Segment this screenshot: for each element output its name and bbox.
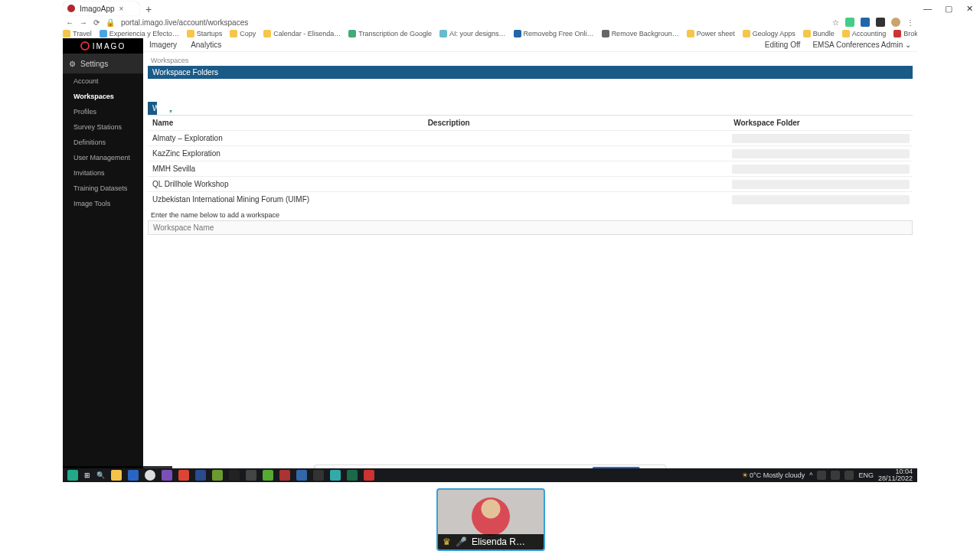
tray-date[interactable]: 28/11/2022	[878, 475, 913, 482]
bookmark[interactable]: Copy	[230, 30, 256, 37]
taskbar-app[interactable]	[229, 470, 240, 481]
workspace-name-input[interactable]	[148, 220, 913, 235]
sidebar-item-invitations[interactable]: Invitations	[63, 165, 143, 181]
col-name[interactable]: Name	[148, 116, 423, 131]
cell-name: KazZinc Exploration	[148, 146, 423, 161]
tray-chevron-icon[interactable]: ^	[809, 471, 812, 479]
tray-sound-icon[interactable]	[844, 471, 854, 480]
nav-back[interactable]: ←	[66, 18, 74, 27]
taskbar-app[interactable]	[313, 470, 324, 481]
bookmark[interactable]: Power sheet	[687, 30, 735, 37]
taskbar-app[interactable]	[347, 470, 358, 481]
tray-lang[interactable]: ENG	[858, 471, 874, 479]
col-workspace-folder[interactable]: Workspace Folder	[729, 116, 913, 131]
window-minimize[interactable]: —	[923, 4, 931, 11]
workspace-folder-select[interactable]	[732, 134, 910, 143]
tray-icon[interactable]	[817, 471, 826, 480]
window-close[interactable]: ✕	[966, 4, 974, 11]
workspace-folder-select[interactable]	[732, 149, 910, 158]
ext-icon[interactable]	[861, 18, 870, 27]
table-row[interactable]: Uzbekistan International Mining Forum (U…	[148, 192, 913, 207]
col-description[interactable]: Description	[423, 116, 730, 131]
taskbar-app[interactable]	[178, 470, 189, 481]
panel-header-workspace-folders: Workspace Folders	[148, 66, 913, 79]
new-tab-button[interactable]: +	[145, 3, 152, 15]
sidebar-item-profiles[interactable]: Profiles	[63, 104, 143, 119]
nav-forward: →	[80, 18, 87, 27]
table-row[interactable]: QL Drillhole Workshop	[148, 177, 913, 192]
bookmark-star-icon[interactable]: ☆	[832, 18, 839, 27]
taskbar-app[interactable]	[296, 470, 307, 481]
add-workspace-hint: Enter the name below to add a workspace	[148, 207, 913, 220]
bookmark[interactable]: AI: your designs…	[439, 30, 506, 37]
user-menu[interactable]: EMSA Conferences Admin ⌄	[812, 41, 911, 49]
taskbar-explorer[interactable]	[111, 470, 122, 481]
bookmark[interactable]: Remove Backgroun…	[602, 30, 679, 37]
bookmark[interactable]: Startups	[187, 30, 223, 37]
tab-close-icon[interactable]: ×	[119, 5, 124, 13]
workspace-folder-select[interactable]	[732, 165, 910, 174]
taskbar-chrome[interactable]	[145, 470, 155, 481]
table-row[interactable]: Almaty – Exploration	[148, 131, 913, 146]
search-icon[interactable]: 🔍	[96, 471, 105, 479]
taskbar-app[interactable]	[67, 470, 78, 481]
bookmark[interactable]: Accounting	[842, 30, 887, 37]
nav-reload[interactable]: ⟳	[93, 18, 100, 27]
taskbar-app[interactable]	[195, 470, 206, 481]
breadcrumb: Workspaces	[148, 55, 913, 66]
browser-menu-icon[interactable]: ⋮	[906, 18, 914, 27]
taskbar-outlook[interactable]	[128, 470, 139, 481]
sidebar-item-image-tools[interactable]: Image Tools	[63, 196, 143, 211]
bookmark[interactable]: Transcription de Google	[348, 30, 432, 37]
bookmarks-bar: Travel Experiencia y Efecto… Startups Co…	[63, 29, 917, 38]
bookmark[interactable]: Experiencia y Efecto…	[100, 30, 179, 37]
video-thumbnail[interactable]: ♛ 🎤 Elisenda R…	[436, 488, 545, 551]
participant-name: Elisenda R…	[472, 536, 525, 547]
profile-avatar[interactable]	[891, 18, 900, 27]
table-row[interactable]: MMH Sevilla	[148, 161, 913, 177]
ext-puzzle-icon[interactable]	[876, 18, 885, 27]
sidebar-item-workspaces[interactable]: Workspaces	[63, 89, 143, 104]
browser-tab[interactable]: ImagoApp ×	[63, 2, 139, 15]
topnav-analytics[interactable]: Analytics	[191, 41, 221, 49]
app-topbar: Imagery Analytics Editing Off EMSA Confe…	[143, 38, 917, 52]
tab-title: ImagoApp	[80, 5, 115, 13]
taskbar-app[interactable]	[364, 470, 374, 481]
sidebar-item-user-management[interactable]: User Management	[63, 150, 143, 165]
sidebar-item-account[interactable]: Account	[63, 73, 143, 89]
taskbar-app[interactable]	[162, 470, 172, 481]
sidebar-settings[interactable]: ⚙ Settings	[63, 54, 143, 73]
mute-icon: 🎤	[456, 536, 467, 547]
window-maximize[interactable]: ▢	[945, 4, 952, 11]
extension-icons: ⋮	[845, 18, 914, 27]
workspace-folder-select[interactable]	[732, 180, 910, 189]
tray-wifi-icon[interactable]	[831, 471, 840, 480]
bookmark[interactable]: Calendar - Elisenda…	[263, 30, 341, 37]
bookmark[interactable]: Broken Informatio…	[893, 30, 917, 37]
table-row[interactable]: KazZinc Exploration	[148, 146, 913, 161]
lock-icon: 🔒	[106, 18, 115, 27]
address-url[interactable]: portal.imago.live/account/workspaces	[121, 18, 826, 27]
taskbar-app[interactable]	[246, 470, 256, 481]
taskbar-app[interactable]	[330, 470, 341, 481]
workspace-folder-select[interactable]	[732, 195, 910, 204]
sidebar-item-survey-stations[interactable]: Survey Stations	[63, 119, 143, 135]
bookmark[interactable]: Travel	[63, 30, 92, 37]
logo-icon	[80, 41, 90, 51]
app-logo[interactable]: IMAGO	[63, 38, 143, 54]
taskbar-app[interactable]	[212, 470, 223, 481]
sidebar-item-definitions[interactable]: Definitions	[63, 135, 143, 150]
bookmark[interactable]: Bundle	[803, 30, 835, 37]
participant-avatar	[472, 497, 510, 536]
start-button[interactable]: ⊞	[84, 471, 90, 479]
sidebar-item-training-datasets[interactable]: Training Datasets	[63, 181, 143, 196]
editing-toggle[interactable]: Editing Off	[765, 41, 801, 49]
bookmark[interactable]: Removebg Free Onli…	[514, 30, 594, 37]
panel-header-workspaces: Workspaces	[148, 102, 157, 115]
bookmark[interactable]: Geology Apps	[743, 30, 795, 37]
taskbar-app[interactable]	[279, 470, 290, 481]
weather-widget[interactable]: ☀ 0°C Mostly cloudy	[742, 471, 805, 479]
taskbar-app[interactable]	[263, 470, 273, 481]
ext-icon[interactable]	[845, 18, 854, 27]
topnav-imagery[interactable]: Imagery	[149, 41, 177, 49]
